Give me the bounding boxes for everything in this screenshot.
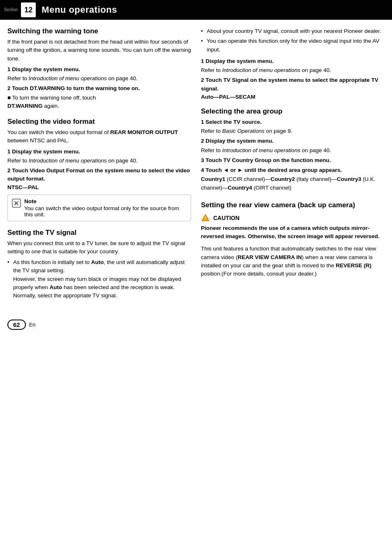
svf-step1-prefix: Refer to — [7, 158, 29, 164]
sag-step2-prefix: Refer to — [201, 147, 222, 153]
note-icon — [12, 199, 21, 208]
sag-step4-body: Country1 (CCIR channel)—Country2 (Italy … — [201, 175, 385, 192]
warning-step1-italic: Introduction of menu operations — [29, 75, 107, 81]
svf-step2: 2 Touch Video Output Format on the syste… — [7, 167, 191, 190]
rvc-suffix: position.(For more details, consult your… — [201, 271, 316, 277]
tvsr-step2-header: 2 Touch TV Signal on the system menu to … — [201, 76, 385, 93]
tvsr-step2-format: Auto—PAL—SECAM — [201, 94, 385, 100]
b1-prefix: As this function is initially set to — [13, 259, 91, 265]
sag-step2-italic: Introduction of menu operations — [222, 147, 300, 153]
language-label: En — [29, 322, 36, 328]
rvc-bold1: REAR VIEW CAMERA IN — [238, 254, 302, 260]
tv-signal-right-step1: 1 Display the system menu. Refer to Intr… — [201, 57, 385, 75]
svf-step1: 1 Display the system menu. Refer to Intr… — [7, 148, 191, 165]
svf-step1-header: 1 Display the system menu. — [7, 148, 191, 156]
svg-text:!: ! — [205, 215, 206, 220]
sag-step4-header: 4 Touch ◄ or ► until the desired area gr… — [201, 166, 385, 174]
sag-step2-body: Refer to Introduction of menu operations… — [201, 146, 385, 155]
selecting-area-group-section: Selecting the area group 1 Select the TV… — [201, 107, 385, 192]
sag-step2-suffix: on page 40. — [300, 147, 331, 153]
svf-intro-prefix: You can switch the video output format o… — [7, 129, 110, 135]
tv-signal-bullet3: You can operate this function only for t… — [201, 37, 385, 54]
sq-bullet-icon: ■ — [7, 95, 12, 101]
b1-bold: Auto — [91, 259, 104, 265]
warning-step1-prefix: Refer to — [7, 75, 29, 81]
tv-signal-bullets: As this function is initially set to Aut… — [7, 258, 191, 300]
rvc-bold2: REVERSE (R) — [336, 262, 371, 269]
warning-step2-body: ■ To turn the warning tone off, touch DT… — [7, 94, 191, 111]
warning-step2-bullet: To turn the warning tone off, touch — [12, 95, 96, 101]
svf-step1-italic: Introduction of menu operations — [29, 158, 107, 164]
sag-step3-header: 3 Touch TV Country Group on the function… — [201, 156, 385, 164]
sag-step2-header: 2 Display the system menu. — [201, 137, 385, 145]
caution-body: Pioneer recommends the use of a camera w… — [201, 224, 385, 241]
caution-header: ! CAUTION — [201, 213, 385, 222]
section-label: Section — [4, 7, 18, 12]
left-column: Switching the warning tone If the front … — [7, 27, 191, 303]
rear-view-camera-section: Setting the rear view camera (back up ca… — [201, 201, 385, 278]
warning-step1-suffix: on page 40. — [107, 75, 138, 81]
switching-warning-tone-title: Switching the warning tone — [7, 27, 191, 35]
setting-tv-signal-intro: When you connect this unit to a TV tuner… — [7, 239, 191, 256]
rear-view-camera-body: This unit features a function that autom… — [201, 245, 385, 278]
warning-step1-body: Refer to Introduction of menu operations… — [7, 74, 191, 83]
sag-step1-body: Refer to Basic Operations on page 9. — [201, 127, 385, 135]
warning-step2-bold: DT.WARNING — [7, 103, 43, 109]
sag-step1-header: 1 Select the TV source. — [201, 118, 385, 126]
caution-title: CAUTION — [213, 215, 240, 221]
sag-step1-suffix: on page 9. — [265, 128, 293, 134]
tv-signal-right-step2: 2 Touch TV Signal on the system menu to … — [201, 76, 385, 100]
sag-step4: 4 Touch ◄ or ► until the desired area gr… — [201, 166, 385, 192]
warning-step1-header: 1 Display the system menu. — [7, 65, 191, 74]
sag-step2: 2 Display the system menu. Refer to Intr… — [201, 137, 385, 155]
section-word: Section — [4, 7, 18, 12]
selecting-video-format-intro: You can switch the video output format o… — [7, 128, 191, 145]
warning-step1: 1 Display the system menu. Refer to Intr… — [7, 65, 191, 83]
tvsr-step1-suffix: on page 40. — [300, 67, 331, 73]
tvsr-step1-italic: Introduction of menu operations — [222, 67, 300, 73]
sag-step3: 3 Touch TV Country Group on the function… — [201, 156, 385, 164]
selecting-video-format-section: Selecting the video format You can switc… — [7, 118, 191, 221]
sag-step1-prefix: Refer to — [201, 128, 222, 134]
section-number: 12 — [21, 2, 36, 17]
right-column: About your country TV signal, consult wi… — [201, 27, 385, 303]
sag-step1-italic: Basic Operations — [222, 128, 265, 134]
tv-signal-right-bullets: About your country TV signal, consult wi… — [201, 27, 385, 54]
tv-signal-bullet2: About your country TV signal, consult wi… — [201, 27, 385, 35]
svf-intro-bold: REAR MONITOR OUTPUT — [110, 129, 178, 135]
tv-signal-bullet1: As this function is initially set to Aut… — [7, 258, 191, 300]
svf-step2-header: 2 Touch Video Output Format on the syste… — [7, 167, 191, 183]
selecting-video-format-title: Selecting the video format — [7, 118, 191, 126]
page-title: Menu operations — [42, 5, 117, 15]
warning-step2-header: 2 Touch DT.WARNING to turn the warning t… — [7, 84, 191, 93]
note-content: Note You can switch the video output for… — [24, 198, 187, 218]
note-body: You can switch the video output format o… — [24, 205, 187, 218]
setting-tv-signal-section: Setting the TV signal When you connect t… — [7, 229, 191, 300]
rear-view-camera-title: Setting the rear view camera (back up ca… — [201, 201, 385, 209]
page-number: 62 — [7, 320, 26, 330]
svf-step1-suffix: on page 40. — [107, 158, 138, 164]
switching-warning-tone-intro: If the front panel is not detached from … — [7, 38, 191, 63]
svf-intro-suffix: between NTSC and PAL. — [7, 137, 69, 144]
svf-format-line: NTSC—PAL — [7, 184, 191, 190]
svf-step1-body: Refer to Introduction of menu operations… — [7, 157, 191, 165]
page-header: Section 12 Menu operations — [0, 0, 392, 20]
b1-sub-bold: Auto — [50, 284, 62, 290]
tvsr-step1-body: Refer to Introduction of menu operations… — [201, 66, 385, 74]
warning-step2-suffix: again. — [43, 103, 60, 109]
sag-step1: 1 Select the TV source. Refer to Basic O… — [201, 118, 385, 136]
main-content: Switching the warning tone If the front … — [0, 27, 392, 303]
caution-icon: ! — [201, 213, 210, 222]
switching-warning-tone-section: Switching the warning tone If the front … — [7, 27, 191, 110]
tvsr-step1-header: 1 Display the system menu. — [201, 57, 385, 65]
page-footer: 62 En — [0, 315, 392, 334]
tvsr-step1-prefix: Refer to — [201, 67, 222, 73]
tv-signal-bullets-right: About your country TV signal, consult wi… — [201, 27, 385, 100]
note-title: Note — [24, 198, 187, 204]
setting-tv-signal-title: Setting the TV signal — [7, 229, 191, 237]
selecting-area-group-title: Selecting the area group — [201, 107, 385, 116]
caution-box: ! CAUTION Pioneer recommends the use of … — [201, 213, 385, 241]
note-box: Note You can switch the video output for… — [7, 195, 191, 221]
warning-step2: 2 Touch DT.WARNING to turn the warning t… — [7, 84, 191, 110]
